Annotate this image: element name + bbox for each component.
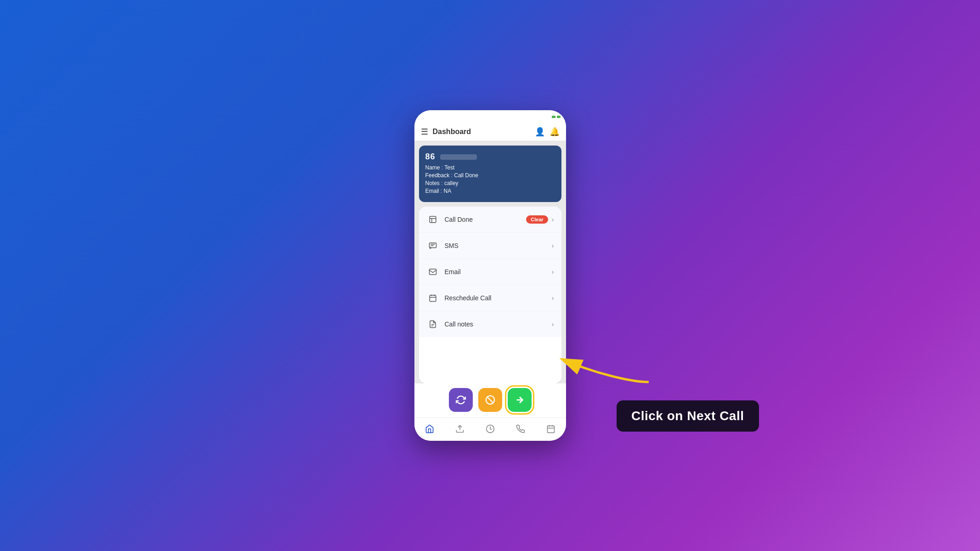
action-item-reschedule[interactable]: Reschedule Call › [419,285,561,311]
action-card: Call Done Clear › SMS › [419,207,561,383]
svg-rect-5 [430,295,436,302]
action-item-email[interactable]: Email › [419,259,561,285]
bottom-nav [414,417,566,441]
bottom-actions [414,383,566,417]
cancel-button[interactable] [478,388,502,412]
annotation-label: Click on Next Call [617,400,759,432]
main-content: 86 Name : Test Feedback : Call Done Note… [414,141,566,417]
action-label-reschedule: Reschedule Call [445,294,552,302]
info-notes-row: Notes : calley [425,180,555,186]
header-icons: 👤 🔔 [535,127,560,137]
call-notes-icon [426,318,439,331]
call-done-arrow: › [552,216,554,223]
contact-number: 86 [425,152,555,162]
svg-rect-16 [547,426,554,433]
nav-history[interactable] [480,422,500,436]
nav-calls[interactable] [510,422,531,436]
reschedule-icon [426,292,439,304]
call-done-icon [426,213,439,226]
status-dots [552,116,561,118]
menu-icon[interactable]: ☰ [421,127,428,137]
svg-rect-4 [429,269,436,275]
action-item-sms[interactable]: SMS › [419,233,561,259]
call-notes-arrow: › [552,320,554,328]
profile-icon[interactable]: 👤 [535,127,545,137]
action-item-call-notes[interactable]: Call notes › [419,311,561,337]
info-feedback-row: Feedback : Call Done [425,172,555,179]
header-title: Dashboard [433,128,535,136]
status-dot-2 [557,116,561,118]
email-arrow: › [552,268,554,276]
reschedule-arrow: › [552,294,554,302]
info-email-row: Email : NA [425,188,555,194]
nav-calendar[interactable] [541,422,561,436]
email-icon [426,265,439,278]
clear-badge[interactable]: Clear [526,215,548,224]
status-dot-1 [552,116,555,118]
action-label-sms: SMS [445,242,552,249]
app-header: ☰ Dashboard 👤 🔔 [414,123,566,141]
bell-icon[interactable]: 🔔 [549,127,560,137]
sms-icon [426,239,439,252]
refresh-button[interactable] [449,388,473,412]
action-label-call-notes: Call notes [445,320,552,328]
phone-frame: ☰ Dashboard 👤 🔔 86 Name : Test Feedback … [414,110,566,441]
sms-arrow: › [552,242,554,249]
action-label-email: Email [445,268,552,276]
number-blur [440,154,477,160]
action-label-call-done: Call Done [445,216,527,223]
info-name-row: Name : Test [425,164,555,171]
svg-line-12 [487,397,493,403]
nav-home[interactable] [419,422,440,436]
action-item-call-done[interactable]: Call Done Clear › [419,207,561,233]
status-bar [414,110,566,123]
info-card: 86 Name : Test Feedback : Call Done Note… [419,146,561,202]
annotation-arrow [557,345,658,391]
next-call-button[interactable] [508,388,532,412]
svg-rect-0 [430,216,436,223]
nav-upload[interactable] [450,422,470,436]
